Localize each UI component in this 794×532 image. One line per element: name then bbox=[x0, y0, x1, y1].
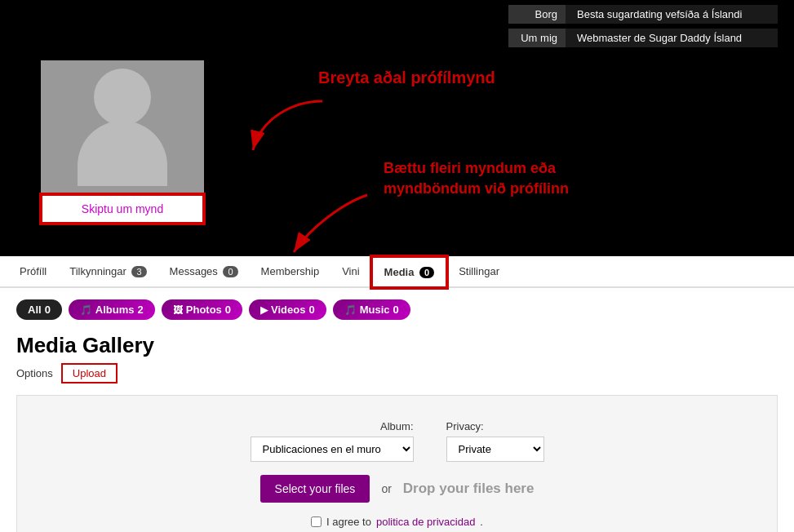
agree-text: I agree to bbox=[326, 516, 371, 528]
privacy-field-group: Privacy: PrivatePublicFriends bbox=[446, 420, 544, 462]
videos-icon: ▶ bbox=[260, 304, 268, 316]
profile-section: Skiptu um mynd Breyta aðal prófílmynd bbox=[0, 52, 794, 256]
agree-row: I agree to politica de privacidad . bbox=[311, 516, 483, 528]
annotation-add-media: Bættu fleiri myndum eða myndböndum við p… bbox=[384, 158, 569, 199]
avatar-circle bbox=[94, 69, 151, 126]
ummig-label: Um mig bbox=[508, 29, 566, 47]
albums-icon: 🎵 bbox=[80, 304, 92, 316]
borg-value: Besta sugardating vefsíða á Íslandi bbox=[566, 5, 778, 24]
album-field-group: Album: Publicaciones en el muro bbox=[251, 420, 414, 462]
filter-pills: All 0 🎵 Albums 2 🖼 Photos 0 ▶ Videos 0 🎵… bbox=[16, 299, 778, 320]
ummig-row: Um mig Webmaster de Sugar Daddy Ísland bbox=[508, 29, 778, 47]
music-icon: 🎵 bbox=[344, 304, 357, 316]
tab-media-badge: 0 bbox=[419, 267, 434, 278]
album-select[interactable]: Publicaciones en el muro bbox=[251, 437, 414, 462]
agree-checkbox[interactable] bbox=[311, 516, 322, 527]
privacy-select[interactable]: PrivatePublicFriends bbox=[446, 437, 544, 462]
select-files-button[interactable]: Select your files bbox=[260, 475, 370, 503]
options-label: Options bbox=[16, 367, 53, 379]
main-content: All 0 🎵 Albums 2 🖼 Photos 0 ▶ Videos 0 🎵… bbox=[0, 288, 794, 532]
tab-messages[interactable]: Messages 0 bbox=[158, 257, 250, 286]
arrow1-icon bbox=[245, 93, 326, 158]
annotation-area: Breyta aðal prófílmynd Bættu fleiri mynd… bbox=[220, 60, 778, 248]
tab-media[interactable]: Media 0 bbox=[371, 256, 448, 288]
arrow2-icon bbox=[286, 187, 375, 260]
avatar-body bbox=[78, 121, 167, 186]
upload-action: Select your files or Drop your files her… bbox=[260, 475, 535, 503]
upload-box: Album: Publicaciones en el muro Privacy:… bbox=[16, 395, 778, 532]
filter-all[interactable]: All 0 bbox=[16, 299, 62, 320]
drop-text: Drop your files here bbox=[403, 481, 535, 497]
gallery-options: Options Upload bbox=[16, 363, 778, 383]
tab-membership[interactable]: Membership bbox=[250, 257, 331, 286]
avatar-container: Skiptu um mynd bbox=[41, 60, 204, 224]
avatar-figure-inner bbox=[78, 69, 167, 186]
filter-albums[interactable]: 🎵 Albums 2 bbox=[69, 299, 155, 320]
gallery-title: Media Gallery bbox=[16, 333, 778, 358]
annotation-change-photo: Breyta aðal prófílmynd bbox=[318, 69, 495, 87]
skiptu-button[interactable]: Skiptu um mynd bbox=[41, 194, 204, 224]
avatar-figure bbox=[41, 60, 204, 194]
privacy-label: Privacy: bbox=[446, 420, 544, 432]
filter-music[interactable]: 🎵 Music 0 bbox=[333, 299, 410, 320]
borg-label: Borg bbox=[508, 5, 566, 24]
top-bar: Borg Besta sugardating vefsíða á Íslandi… bbox=[0, 0, 794, 52]
upload-button[interactable]: Upload bbox=[61, 363, 118, 383]
agree-period: . bbox=[480, 516, 483, 528]
photos-icon: 🖼 bbox=[173, 304, 183, 316]
tab-messages-badge: 0 bbox=[223, 266, 237, 277]
tab-profill[interactable]: Prófíll bbox=[8, 257, 58, 286]
upload-fields: Album: Publicaciones en el muro Privacy:… bbox=[33, 420, 761, 462]
agree-link[interactable]: politica de privacidad bbox=[376, 516, 475, 528]
borg-row: Borg Besta sugardating vefsíða á Íslandi bbox=[508, 5, 778, 24]
ummig-value: Webmaster de Sugar Daddy Ísland bbox=[566, 29, 778, 47]
or-text: or bbox=[381, 482, 391, 495]
tab-tilkynningar[interactable]: Tilkynningar 3 bbox=[58, 257, 157, 286]
filter-videos[interactable]: ▶ Videos 0 bbox=[249, 299, 326, 320]
filter-photos[interactable]: 🖼 Photos 0 bbox=[162, 299, 242, 320]
tab-vini[interactable]: Vini bbox=[330, 257, 370, 286]
tab-stillingar[interactable]: Stillingar bbox=[447, 257, 511, 286]
tab-tilkynningar-badge: 3 bbox=[131, 266, 146, 277]
album-label: Album: bbox=[251, 420, 414, 432]
nav-tabs: Prófíll Tilkynningar 3 Messages 0 Member… bbox=[0, 256, 794, 288]
